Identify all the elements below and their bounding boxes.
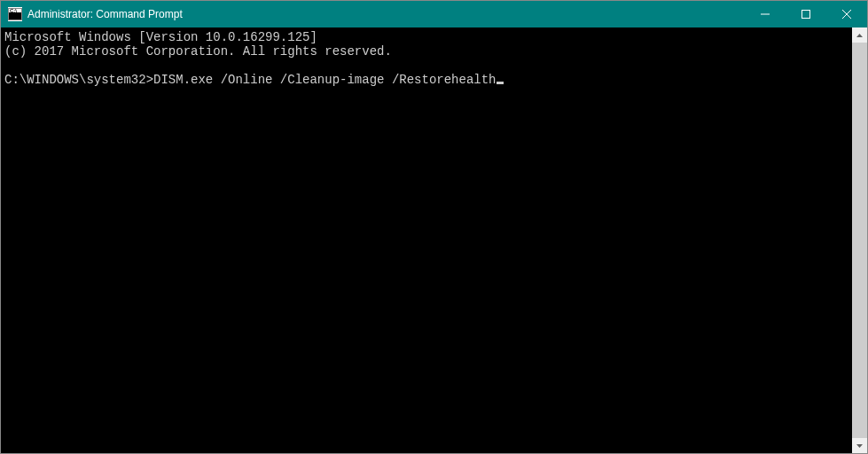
terminal-line: Microsoft Windows [Version 10.0.16299.12… bbox=[4, 30, 317, 44]
svg-rect-1 bbox=[802, 11, 810, 19]
maximize-icon bbox=[802, 10, 810, 19]
minimize-icon bbox=[761, 10, 770, 19]
vertical-scrollbar[interactable] bbox=[852, 27, 867, 453]
terminal-cursor bbox=[497, 82, 504, 84]
minimize-button[interactable] bbox=[745, 1, 786, 27]
terminal-prompt: C:\WINDOWS\system32> bbox=[4, 73, 153, 87]
terminal-command: DISM.exe /Online /Cleanup-image /Restore… bbox=[153, 73, 496, 87]
scroll-thumb[interactable] bbox=[852, 43, 867, 438]
terminal-line: (c) 2017 Microsoft Corporation. All righ… bbox=[4, 44, 392, 59]
scroll-up-button[interactable] bbox=[852, 27, 867, 43]
scroll-down-button[interactable] bbox=[852, 438, 867, 453]
terminal-content[interactable]: Microsoft Windows [Version 10.0.16299.12… bbox=[1, 27, 852, 453]
close-button[interactable] bbox=[826, 1, 867, 27]
terminal-area: Microsoft Windows [Version 10.0.16299.12… bbox=[1, 27, 867, 453]
cmd-icon-label: C:\ bbox=[8, 8, 22, 20]
chevron-down-icon bbox=[856, 444, 863, 448]
cmd-icon: C:\ bbox=[8, 7, 22, 21]
window-controls bbox=[745, 1, 867, 27]
maximize-button[interactable] bbox=[786, 1, 826, 27]
chevron-up-icon bbox=[856, 34, 863, 37]
close-icon bbox=[842, 10, 851, 19]
scroll-track[interactable] bbox=[852, 43, 867, 438]
titlebar[interactable]: C:\ Administrator: Command Prompt bbox=[1, 1, 867, 27]
window-title: Administrator: Command Prompt bbox=[27, 8, 745, 20]
